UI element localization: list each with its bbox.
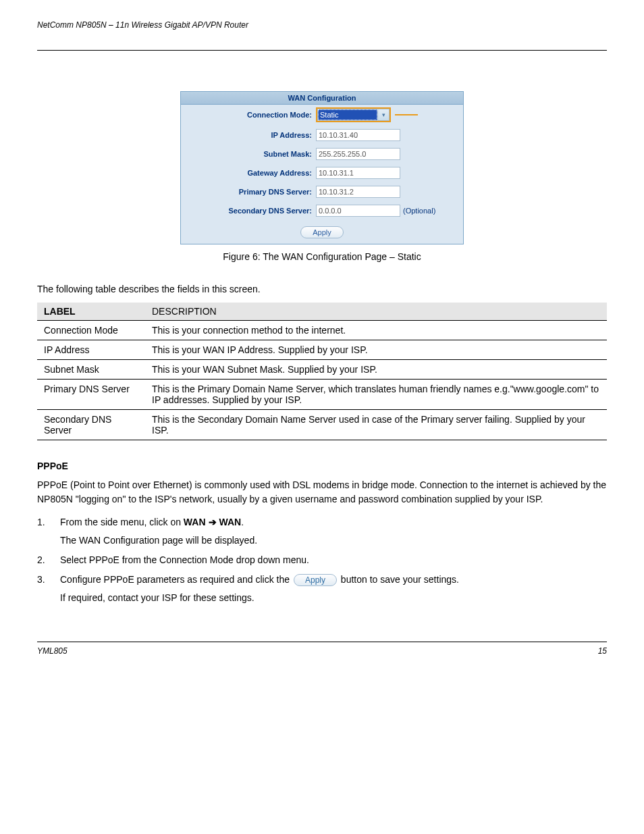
label-connection-mode: Connection Mode: [186,111,316,119]
table-row: Secondary DNS ServerThis is the Secondar… [37,410,607,440]
step-number: 2. [37,553,60,567]
step-line: Select PPPoE from the Connection Mode dr… [60,553,607,567]
row-connection-mode: Connection Mode: Static ▾ [181,105,463,125]
connection-mode-select[interactable]: Static ▾ [316,107,391,122]
pppoe-paragraph: PPPoE (Point to Point over Ethernet) is … [37,478,607,506]
chevron-down-icon[interactable]: ▾ [377,109,389,120]
apply-button[interactable]: Apply [300,226,344,238]
connection-mode-value: Static [318,109,377,120]
row-gateway: Gateway Address: [181,164,463,182]
step-line: Configure PPPoE parameters as required a… [60,573,607,587]
cell-desc: This is your connection method to the in… [145,321,607,340]
cell-desc: This is your WAN IP Address. Supplied by… [145,340,607,360]
row-primary-dns: Primary DNS Server: [181,183,463,201]
pppoe-heading: PPPoE [37,461,607,471]
cell-desc: This is your WAN Subnet Mask. Supplied b… [145,360,607,380]
apply-button-inline[interactable]: Apply [294,574,337,586]
cell-label: Primary DNS Server [37,380,145,410]
label-secondary-dns: Secondary DNS Server: [186,207,316,215]
cell-label: Subnet Mask [37,360,145,380]
cell-label: IP Address [37,340,145,360]
secondary-dns-optional: (Optional) [403,207,435,215]
cell-desc: This is the Primary Domain Name Server, … [145,380,607,410]
cell-desc: This is the Secondary Domain Name Server… [145,410,607,440]
label-primary-dns: Primary DNS Server: [186,188,316,196]
step-body: Select PPPoE from the Connection Mode dr… [60,553,607,567]
primary-dns-input[interactable] [316,186,400,198]
step-line: From the side menu, click on WAN➔WAN. [60,515,607,529]
wan-panel-title: WAN Configuration [181,92,463,105]
top-divider [37,50,607,51]
footer-left: YML805 [37,646,68,656]
step-line: If required, contact your ISP for these … [60,591,607,605]
step-number: 3. [37,573,60,605]
row-ip-address: IP Address: [181,126,463,144]
step-item: 1.From the side menu, click on WAN➔WAN.T… [37,513,607,550]
label-subnet-mask: Subnet Mask: [186,150,316,158]
row-subnet-mask: Subnet Mask: [181,145,463,163]
table-row: Connection ModeThis is your connection m… [37,321,607,340]
secondary-dns-input[interactable] [316,205,400,217]
subnet-mask-input[interactable] [316,148,400,160]
footer-page-number: 15 [598,646,607,656]
cell-label: Secondary DNS Server [37,410,145,440]
wan-config-panel: WAN Configuration Connection Mode: Stati… [180,91,464,244]
figure-caption: Figure 6: The WAN Configuration Page – S… [37,251,607,262]
label-gateway: Gateway Address: [186,169,316,177]
th-desc: DESCRIPTION [145,303,607,321]
gateway-input[interactable] [316,167,400,179]
table-row: Subnet MaskThis is your WAN Subnet Mask.… [37,360,607,380]
callout-line [395,114,418,115]
header-product: NetComm NP805N – 11n Wireless Gigabit AP… [37,20,248,30]
row-secondary-dns: Secondary DNS Server: (Optional) [181,202,463,219]
ip-address-input[interactable] [316,129,400,141]
label-ip-address: IP Address: [186,131,316,139]
fields-table: LABEL DESCRIPTION Connection ModeThis is… [37,303,607,440]
table-intro: The following table describes the fields… [37,282,607,296]
step-number: 1. [37,515,60,548]
table-row: IP AddressThis is your WAN IP Address. S… [37,340,607,360]
table-row: Primary DNS ServerThis is the Primary Do… [37,380,607,410]
step-line: The WAN Configuration page will be displ… [60,533,607,548]
cell-label: Connection Mode [37,321,145,340]
arrow-right-icon: ➔ [209,515,217,529]
step-item: 2.Select PPPoE from the Connection Mode … [37,550,607,570]
step-item: 3.Configure PPPoE parameters as required… [37,570,607,608]
step-body: Configure PPPoE parameters as required a… [60,573,607,605]
page-footer: YML805 15 [37,642,607,656]
step-body: From the side menu, click on WAN➔WAN.The… [60,515,607,548]
th-label: LABEL [37,303,145,321]
